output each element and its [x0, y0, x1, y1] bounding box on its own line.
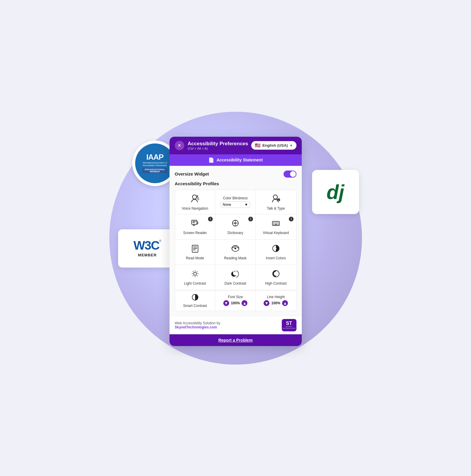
iaap-logo-text: IAAP — [146, 153, 163, 161]
font-size-cell[interactable]: Font Size ▼ 100% ▲ — [215, 290, 256, 311]
svg-rect-16 — [278, 223, 279, 223]
language-button[interactable]: 🇺🇸 English (USA) ▼ — [251, 141, 296, 150]
svg-point-5 — [279, 200, 279, 200]
widget-header: × Accessibility Preferences (Ctrl + Alt … — [170, 137, 302, 154]
light-contrast-label: Light Contrast — [184, 281, 206, 285]
color-blindness-select[interactable]: None ▼ — [221, 201, 250, 208]
profiles-section-label: Accessibility Profiles — [175, 181, 296, 186]
svg-rect-13 — [273, 223, 274, 223]
color-blindness-label: Color Blindness — [223, 196, 248, 200]
close-button[interactable]: × — [175, 141, 184, 150]
smart-contrast-cell[interactable]: Smart Contrast — [175, 290, 215, 311]
w3c-reg-symbol: ® — [159, 239, 161, 243]
dark-contrast-label: Dark Contrast — [224, 281, 246, 285]
feature-row-3: Read Mode Reading Mask — [175, 240, 296, 265]
reading-mask-label: Reading Mask — [224, 256, 247, 260]
dj-text: dj — [326, 181, 344, 203]
oversize-widget-toggle[interactable] — [284, 171, 296, 178]
smart-contrast-icon — [191, 293, 199, 303]
info-badge-screen-reader: i — [208, 217, 213, 221]
svg-point-26 — [236, 248, 236, 248]
read-mode-icon — [191, 244, 199, 254]
skynet-st-text: ST — [286, 321, 292, 326]
svg-rect-17 — [273, 224, 274, 225]
light-contrast-cell[interactable]: Light Contrast — [175, 265, 215, 290]
accessibility-statement-bar[interactable]: 📄 Accessibility Statement — [170, 154, 302, 166]
line-height-value: 100% — [271, 301, 280, 305]
svg-point-32 — [194, 296, 195, 297]
svg-rect-21 — [193, 247, 197, 247]
scene: IAAP International Association of Access… — [89, 91, 383, 385]
toggle-knob — [290, 171, 296, 177]
select-chevron-icon: ▼ — [244, 203, 248, 207]
invert-colors-cell[interactable]: Invert Colors — [256, 240, 296, 265]
widget-subtitle: (Ctrl + Alt + A) — [188, 147, 248, 150]
feature-row-2: i Screen Reader — [175, 214, 296, 240]
iaap-org-label: ORGANIZATIONAL MEMBER — [142, 168, 167, 173]
accessibility-widget: × Accessibility Preferences (Ctrl + Alt … — [170, 137, 302, 346]
voice-navigation-cell[interactable]: Voice Navigation — [175, 190, 215, 214]
color-blindness-cell[interactable]: Color Blindness None ▼ — [215, 190, 256, 214]
dark-contrast-cell[interactable]: Dark Contrast — [215, 265, 256, 290]
svg-rect-3 — [277, 199, 280, 201]
screen-reader-icon — [191, 219, 199, 228]
invert-colors-icon — [272, 244, 280, 254]
high-contrast-icon — [272, 270, 280, 279]
oversize-widget-row: Oversize Widget — [175, 171, 296, 178]
line-height-cell[interactable]: Line Height ▼ 100% ▲ — [256, 290, 296, 311]
svg-rect-18 — [275, 224, 277, 225]
svg-point-29 — [194, 272, 197, 275]
svg-rect-14 — [275, 223, 276, 223]
invert-colors-label: Invert Colors — [266, 256, 286, 260]
widget-body: Oversize Widget Accessibility Profiles — [170, 166, 302, 316]
feature-row-4: Light Contrast Dark Contrast — [175, 265, 296, 290]
dj-card: dj — [312, 170, 359, 214]
dictionary-cell[interactable]: i A Dictionary — [215, 214, 256, 239]
line-height-decrease-button[interactable]: ▼ — [264, 300, 269, 306]
widget-title-block: Accessibility Preferences (Ctrl + Alt + … — [188, 141, 248, 150]
iaap-sub-text: International Association of Accessibili… — [135, 161, 175, 167]
svg-rect-19 — [278, 224, 279, 225]
virtual-keyboard-cell[interactable]: i — [256, 214, 296, 239]
flag-icon: 🇺🇸 — [255, 143, 261, 148]
footer-link[interactable]: SkynetTechnologies.com — [175, 325, 220, 329]
reading-mask-cell[interactable]: Reading Mask — [215, 240, 256, 265]
font-size-increase-button[interactable]: ▲ — [242, 300, 247, 306]
w3c-badge: W3C ® MEMBER — [118, 229, 177, 268]
line-height-increase-button[interactable]: ▲ — [282, 300, 288, 306]
info-badge-dictionary: i — [248, 217, 253, 221]
svg-point-4 — [278, 200, 278, 200]
svg-rect-23 — [193, 250, 196, 250]
screen-reader-cell[interactable]: i Screen Reader — [175, 214, 215, 239]
w3c-member-label: MEMBER — [138, 253, 157, 257]
language-label: English (USA) — [262, 143, 288, 148]
document-icon: 📄 — [208, 157, 214, 163]
virtual-keyboard-label: Virtual Keyboard — [263, 231, 289, 235]
svg-rect-15 — [276, 223, 277, 223]
font-size-decrease-button[interactable]: ▼ — [223, 300, 229, 306]
smart-contrast-label: Smart Contrast — [183, 304, 207, 308]
font-size-label: Font Size — [228, 295, 243, 299]
high-contrast-label: High Contrast — [265, 281, 286, 285]
top-profile-row: Voice Navigation Color Blindness None ▼ — [175, 190, 296, 214]
oversize-widget-label: Oversize Widget — [175, 171, 209, 176]
voice-navigation-icon — [190, 194, 200, 205]
talk-type-icon — [271, 194, 281, 205]
virtual-keyboard-icon — [272, 219, 280, 228]
high-contrast-cell[interactable]: High Contrast — [256, 265, 296, 290]
svg-rect-8 — [192, 222, 195, 223]
svg-point-0 — [192, 195, 197, 199]
dark-contrast-icon — [231, 270, 239, 279]
screen-reader-label: Screen Reader — [183, 231, 207, 235]
stepper-row: Smart Contrast Font Size ▼ 100% ▲ Line H… — [175, 290, 296, 311]
reading-mask-icon — [231, 244, 239, 254]
talk-type-cell[interactable]: Talk & Type — [256, 190, 296, 214]
read-mode-cell[interactable]: Read Mode — [175, 240, 215, 265]
svg-point-2 — [273, 195, 277, 199]
info-badge-virtual-keyboard: i — [289, 217, 294, 221]
dictionary-label: Dictionary — [227, 231, 243, 235]
read-mode-label: Read Mode — [186, 256, 204, 260]
font-size-value: 100% — [231, 301, 240, 305]
widget-footer: Web Accessibility Solution by SkynetTech… — [170, 316, 302, 334]
report-problem-button[interactable]: Report a Problem — [170, 334, 302, 346]
